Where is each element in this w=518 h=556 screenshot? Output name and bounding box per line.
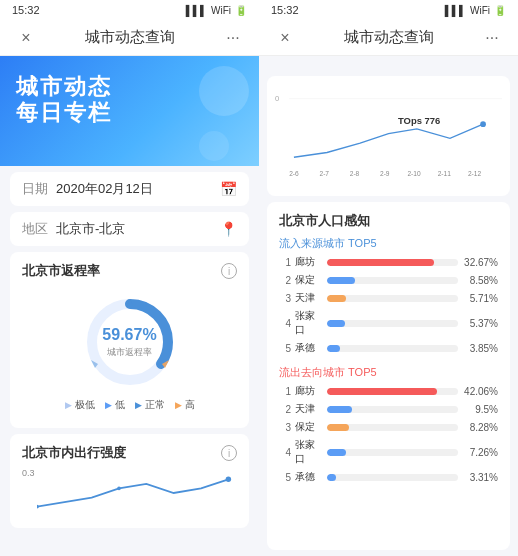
outflow-bars: 1廊坊42.06%2天津9.5%3保定8.28%4张家口7.26%5承德3.31…	[279, 384, 498, 484]
left-status-icons: ▌▌▌ WiFi 🔋	[186, 5, 247, 16]
bar-city: 保定	[295, 273, 323, 287]
bar-track	[327, 259, 458, 266]
left-more-button[interactable]: ···	[221, 29, 245, 47]
svg-text:2-11: 2-11	[438, 170, 452, 177]
bar-row: 1廊坊32.67%	[279, 255, 498, 269]
bar-row: 3保定8.28%	[279, 420, 498, 434]
legend-high: ▶ 高	[175, 398, 195, 412]
donut-container: 59.67% 城市返程率 ▶ 极低 ▶ 低 ▶ 正常 ▶	[22, 286, 237, 418]
donut-legend: ▶ 极低 ▶ 低 ▶ 正常 ▶ 高	[65, 398, 195, 412]
legend-normal: ▶ 正常	[135, 398, 165, 412]
right-back-button[interactable]: ×	[273, 29, 297, 47]
left-panel: 15:32 ▌▌▌ WiFi 🔋 × 城市动态查询 ··· 城市动态 每日专栏 …	[0, 0, 259, 556]
svg-text:2-10: 2-10	[407, 170, 421, 177]
bar-rank: 2	[279, 275, 291, 286]
location-icon: 📍	[220, 221, 237, 237]
return-rate-title: 北京市返程率	[22, 262, 100, 280]
bar-city: 天津	[295, 402, 323, 416]
bar-fill	[327, 259, 434, 266]
right-more-button[interactable]: ···	[480, 29, 504, 47]
svg-point-9	[480, 121, 486, 127]
svg-text:2-7: 2-7	[319, 170, 329, 177]
hero-bubble-2	[199, 131, 229, 161]
inflow-section-label: 流入来源城市 TOP5	[279, 236, 498, 251]
bar-pct: 32.67%	[462, 257, 498, 268]
return-rate-header: 北京市返程率 i	[22, 262, 237, 280]
legend-very-low: ▶ 极低	[65, 398, 95, 412]
bar-rank: 4	[279, 447, 291, 458]
svg-point-5	[225, 477, 230, 482]
inner-movement-header: 北京市内出行强度 i	[22, 444, 237, 462]
bar-row: 2保定8.58%	[279, 273, 498, 287]
inner-movement-card: 北京市内出行强度 i 0.3	[10, 434, 249, 528]
bar-track	[327, 295, 458, 302]
inner-movement-title: 北京市内出行强度	[22, 444, 126, 462]
bar-city: 承德	[295, 341, 323, 355]
calendar-icon: 📅	[220, 181, 237, 197]
area-value: 北京市-北京	[56, 220, 220, 238]
date-value: 2020年02月12日	[56, 180, 220, 198]
bar-pct: 42.06%	[462, 386, 498, 397]
bar-row: 5承德3.31%	[279, 470, 498, 484]
bar-pct: 3.31%	[462, 472, 498, 483]
top-chart-svg: 0 2-6 2-7 2-8 2-9 2-10 2-11 2-12 TOps 77…	[275, 84, 502, 188]
inner-movement-chart-area: 0.3	[22, 468, 237, 518]
left-back-button[interactable]: ×	[14, 29, 38, 47]
left-status-bar: 15:32 ▌▌▌ WiFi 🔋	[0, 0, 259, 20]
top-chart-area: 0 2-6 2-7 2-8 2-9 2-10 2-11 2-12 TOps 77…	[267, 76, 510, 196]
left-header: × 城市动态查询 ···	[0, 20, 259, 56]
bar-fill	[327, 388, 437, 395]
bar-row: 1廊坊42.06%	[279, 384, 498, 398]
legend-very-low-label: 极低	[75, 398, 95, 412]
bar-row: 4张家口5.37%	[279, 309, 498, 337]
return-rate-info-icon[interactable]: i	[221, 263, 237, 279]
bar-fill	[327, 277, 355, 284]
bar-fill	[327, 406, 352, 413]
bar-rank: 3	[279, 422, 291, 433]
bar-row: 3天津5.71%	[279, 291, 498, 305]
bar-fill	[327, 474, 336, 481]
bar-fill	[327, 295, 346, 302]
population-card: 北京市人口感知 流入来源城市 TOP5 1廊坊32.67%2保定8.58%3天津…	[267, 202, 510, 550]
bar-pct: 7.26%	[462, 447, 498, 458]
right-header: × 城市动态查询 ···	[259, 20, 518, 56]
hero-banner: 城市动态 每日专栏	[0, 56, 259, 166]
bar-track	[327, 449, 458, 456]
bar-pct: 8.58%	[462, 275, 498, 286]
donut-percentage: 59.67%	[102, 326, 156, 344]
bar-pct: 5.71%	[462, 293, 498, 304]
right-status-bar: 15:32 ▌▌▌ WiFi 🔋	[259, 0, 518, 20]
bar-track	[327, 406, 458, 413]
bar-pct: 8.28%	[462, 422, 498, 433]
bar-fill	[327, 320, 345, 327]
bar-city: 天津	[295, 291, 323, 305]
hero-bubble-1	[199, 66, 249, 116]
svg-point-7	[117, 487, 121, 491]
donut-sublabel: 城市返程率	[102, 346, 156, 359]
area-label: 地区	[22, 220, 48, 238]
bar-pct: 3.85%	[462, 343, 498, 354]
svg-text:2-9: 2-9	[380, 170, 390, 177]
bar-track	[327, 388, 458, 395]
bar-fill	[327, 424, 349, 431]
outflow-section-label: 流出去向城市 TOP5	[279, 365, 498, 380]
bar-rank: 5	[279, 472, 291, 483]
date-label: 日期	[22, 180, 48, 198]
inner-movement-info-icon[interactable]: i	[221, 445, 237, 461]
bar-track	[327, 277, 458, 284]
area-field[interactable]: 地区 北京市-北京 📍	[10, 212, 249, 246]
donut-center: 59.67% 城市返程率	[102, 326, 156, 359]
legend-high-label: 高	[185, 398, 195, 412]
bar-row: 2天津9.5%	[279, 402, 498, 416]
bar-city: 保定	[295, 420, 323, 434]
bar-row: 4张家口7.26%	[279, 438, 498, 466]
legend-low-label: 低	[115, 398, 125, 412]
bar-track	[327, 474, 458, 481]
bar-city: 廊坊	[295, 384, 323, 398]
bar-rank: 5	[279, 343, 291, 354]
date-field[interactable]: 日期 2020年02月12日 📅	[10, 172, 249, 206]
right-status-icons: ▌▌▌ WiFi 🔋	[445, 5, 506, 16]
bar-city: 廊坊	[295, 255, 323, 269]
inner-movement-y-label: 0.3	[22, 468, 35, 478]
svg-text:2-12: 2-12	[468, 170, 482, 177]
